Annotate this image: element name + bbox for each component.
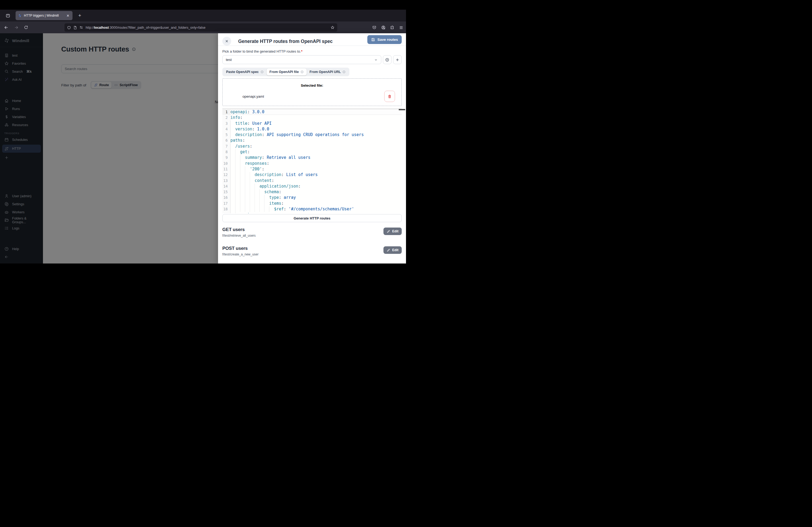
- code-line-16[interactable]: 16type: array: [222, 195, 402, 200]
- line-content: type: array: [230, 195, 402, 200]
- code-line-1[interactable]: 1openapi: 3.0.0: [222, 109, 402, 115]
- tab-paste-openapi-spec[interactable]: Paste OpenAPI spec: [223, 69, 267, 75]
- code-line-7[interactable]: 7/users:: [222, 144, 402, 149]
- plus-icon: [395, 58, 400, 62]
- page-info-icon[interactable]: [73, 26, 77, 30]
- code-line-3[interactable]: 3title: User API: [222, 121, 402, 126]
- line-number: 9: [222, 155, 230, 161]
- openapi-drawer: Generate HTTP routes from OpenAPI spec S…: [218, 33, 406, 264]
- selected-file-label: Selected file:: [222, 84, 402, 88]
- eye-icon: [385, 58, 389, 62]
- modal-dim-overlay[interactable]: [0, 33, 218, 264]
- app-content: Windmill testFavoritesSearch⌘kAsk AI Hom…: [0, 33, 406, 264]
- shield-icon[interactable]: [67, 26, 71, 30]
- code-line-19[interactable]: 19post:: [222, 212, 402, 213]
- generate-routes-button[interactable]: Generate HTTP routes: [222, 214, 402, 222]
- file-dropzone[interactable]: Selected file: openapi.yaml: [222, 78, 402, 106]
- info-icon[interactable]: [342, 70, 346, 74]
- line-content: /users:: [230, 144, 402, 149]
- close-icon[interactable]: [222, 37, 231, 46]
- line-number: 8: [222, 149, 230, 155]
- code-line-11[interactable]: 11'200':: [222, 166, 402, 172]
- line-content: description: API supporting CRUD operati…: [230, 132, 402, 138]
- code-line-18[interactable]: 18$ref: '#/components/schemas/User': [222, 206, 402, 212]
- line-content: description: List of users: [230, 172, 402, 178]
- edit-route-button[interactable]: Edit: [383, 246, 402, 254]
- tab-label: Paste OpenAPI spec: [226, 70, 259, 74]
- info-icon[interactable]: [301, 70, 304, 74]
- folder-select[interactable]: test: [222, 55, 381, 64]
- code-line-9[interactable]: 9summary: Retrieve all users: [222, 155, 402, 161]
- firefox-view-icon[interactable]: [4, 12, 11, 19]
- tab-from-openapi-url[interactable]: From OpenAPI URL: [307, 69, 349, 75]
- tab-title: HTTP triggers | Windmill: [24, 14, 63, 17]
- line-content: items:: [230, 201, 402, 206]
- line-content: paths:: [230, 138, 402, 143]
- route-path: f/test/create_a_new_user: [222, 253, 259, 256]
- back-icon[interactable]: [2, 24, 10, 31]
- line-content: '200':: [230, 166, 402, 172]
- code-line-17[interactable]: 17items:: [222, 201, 402, 206]
- code-line-14[interactable]: 14application/json:: [222, 183, 402, 189]
- line-number: 16: [222, 195, 230, 200]
- extensions-icon[interactable]: [390, 26, 394, 30]
- line-number: 14: [222, 183, 230, 189]
- pocket-icon[interactable]: [372, 26, 376, 30]
- edit-route-button[interactable]: Edit: [383, 228, 402, 235]
- editor-cursor-overview-mark: [399, 109, 405, 110]
- tab-label: From OpenAPI URL: [309, 70, 341, 74]
- code-line-10[interactable]: 10responses:: [222, 161, 402, 166]
- line-number: 11: [222, 166, 230, 172]
- url-bar[interactable]: http://localhost:3000/routes?filter_path…: [64, 23, 337, 32]
- line-number: 1: [222, 109, 230, 115]
- line-content: responses:: [230, 161, 402, 166]
- line-number: 17: [222, 201, 230, 206]
- tab-label: From OpenAPI file: [270, 70, 299, 74]
- folder-picker-label: Pick a folder to bind the generated HTTP…: [222, 49, 302, 54]
- line-number: 12: [222, 172, 230, 178]
- line-number: 4: [222, 126, 230, 132]
- generated-route-row: GET usersf/test/retrieve_all_usersEdit: [222, 227, 402, 238]
- line-content: get:: [230, 149, 402, 155]
- tab-from-openapi-file[interactable]: From OpenAPI file: [267, 69, 307, 75]
- remove-file-button[interactable]: [384, 91, 395, 102]
- code-line-6[interactable]: 6paths:: [222, 138, 402, 143]
- tab-favicon-windmill: [18, 14, 22, 18]
- url-text[interactable]: http://localhost:3000/routes?filter_path…: [86, 26, 328, 30]
- code-line-4[interactable]: 4version: 1.0.0: [222, 126, 402, 132]
- drawer-divider: [218, 46, 406, 46]
- code-line-12[interactable]: 12description: List of users: [222, 172, 402, 178]
- line-content: info:: [230, 115, 402, 120]
- account-icon[interactable]: [381, 25, 386, 30]
- bookmark-star-icon[interactable]: [331, 26, 335, 30]
- permissions-icon[interactable]: [79, 26, 83, 29]
- add-folder-button[interactable]: [393, 55, 402, 64]
- pencil-icon: [387, 230, 390, 233]
- code-line-8[interactable]: 8get:: [222, 149, 402, 155]
- menu-icon[interactable]: [399, 26, 403, 30]
- browser-tabstrip: HTTP triggers | Windmill ✕ +: [0, 10, 406, 21]
- code-line-13[interactable]: 13content:: [222, 178, 402, 183]
- new-tab-button[interactable]: +: [76, 12, 83, 19]
- browser-tab[interactable]: HTTP triggers | Windmill ✕: [16, 11, 73, 20]
- line-content: post:: [230, 212, 402, 213]
- reload-icon[interactable]: [22, 24, 30, 31]
- line-number: 18: [222, 206, 230, 212]
- line-number: 6: [222, 138, 230, 143]
- code-line-15[interactable]: 15schema:: [222, 189, 402, 195]
- code-line-2[interactable]: 2info:: [222, 115, 402, 120]
- view-folder-button[interactable]: [383, 55, 392, 64]
- tab-close-icon[interactable]: ✕: [66, 13, 70, 18]
- line-number: 3: [222, 121, 230, 126]
- line-content: summary: Retrieve all users: [230, 155, 402, 161]
- route-title: POST users: [222, 246, 259, 251]
- line-number: 2: [222, 115, 230, 120]
- yaml-code-editor[interactable]: 1openapi: 3.0.02info:3title: User API4ve…: [222, 108, 402, 213]
- save-routes-button[interactable]: Save routes: [367, 35, 402, 44]
- line-number: 15: [222, 189, 230, 195]
- line-number: 7: [222, 144, 230, 149]
- forward-icon[interactable]: [12, 24, 20, 31]
- info-icon[interactable]: [260, 70, 264, 74]
- line-content: $ref: '#/components/schemas/User': [230, 206, 402, 212]
- code-line-5[interactable]: 5description: API supporting CRUD operat…: [222, 132, 402, 138]
